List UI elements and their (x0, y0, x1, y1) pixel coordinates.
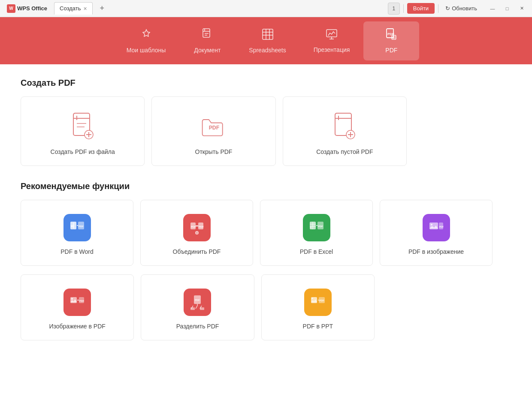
svg-text:$: $ (393, 36, 394, 39)
header-nav: Мои шаблоны Документ Spreadsheets (0, 17, 532, 64)
nav-pdf-label: PDF (385, 47, 397, 54)
svg-rect-0 (203, 29, 210, 37)
svg-text:PDF: PDF (195, 299, 200, 301)
create-pdf-grid: Создать PDF из файла PDF Открыть PDF (21, 96, 407, 166)
svg-text:PDF: PDF (199, 226, 204, 228)
window-controls: — □ ✕ (486, 3, 529, 15)
update-label: Обновить (452, 5, 477, 12)
nav-templates-label: Мои шаблоны (127, 47, 166, 54)
svg-text:PDF: PDF (209, 125, 220, 131)
features-grid-row2: PDF Изображение в PDF PDF Разделить PDF (21, 274, 375, 340)
logo-icon: W (7, 4, 15, 13)
presentation-icon (326, 29, 338, 43)
nav-item-document[interactable]: Документ (179, 21, 235, 60)
divider (403, 4, 404, 13)
svg-text:PDF: PDF (318, 225, 323, 228)
feature-pdf-to-ppt[interactable]: PDF PDF в PPT (261, 274, 375, 340)
nav-item-templates[interactable]: Мои шаблоны (113, 21, 180, 60)
svg-text:PDF: PDF (79, 225, 84, 228)
feature-image-to-pdf[interactable]: PDF Изображение в PDF (21, 274, 134, 340)
pdf-to-word-icon: W PDF (63, 214, 91, 241)
create-from-file-label: Создать PDF из файла (51, 148, 115, 155)
split-pdf-label: Разделить PDF (176, 323, 219, 330)
pdf-to-image-label: PDF в изображение (408, 248, 464, 255)
pdf-to-excel-label: PDF в Excel (300, 248, 333, 255)
merge-pdf-label: Объединить PDF (173, 248, 221, 255)
document-icon (202, 28, 213, 43)
svg-text:PDF: PDF (191, 226, 196, 228)
merge-pdf-icon: PDF PDF + (183, 214, 211, 241)
pdf-to-excel-icon: $ PDF (303, 214, 330, 241)
create-from-file-icon (69, 111, 97, 141)
spreadsheets-icon (262, 28, 274, 43)
divider2 (438, 4, 438, 13)
svg-text:PDF: PDF (319, 299, 324, 302)
nav-item-presentation[interactable]: Презентация (300, 22, 364, 60)
close-button[interactable]: ✕ (515, 3, 529, 15)
nav-item-spreadsheets[interactable]: Spreadsheets (235, 21, 299, 60)
update-icon: ↻ (445, 5, 450, 12)
titlebar-right: 1 Войти ↻ Обновить — □ ✕ (388, 3, 529, 15)
svg-rect-53 (190, 307, 195, 310)
svg-text:PDF: PDF (439, 226, 444, 228)
open-pdf-icon: PDF (200, 111, 227, 141)
split-pdf-icon: PDF (184, 289, 211, 316)
svg-text:PDF: PDF (79, 300, 85, 302)
image-to-pdf-label: Изображение в PDF (49, 323, 105, 330)
pdf-to-word-label: PDF в Word (60, 248, 93, 255)
main-content: Создать PDF Создать PDF из файла (0, 64, 532, 409)
svg-rect-54 (200, 307, 204, 310)
nav-presentation-label: Презентация (314, 46, 350, 53)
features-grid-row1: W PDF PDF в Word PDF PDF + (21, 200, 493, 266)
update-button[interactable]: ↻ Обновить (442, 3, 481, 13)
minimize-button[interactable]: — (486, 3, 499, 15)
nav-document-label: Документ (194, 47, 221, 54)
feature-pdf-to-excel[interactable]: $ PDF PDF в Excel (260, 200, 373, 266)
image-to-pdf-icon: PDF (63, 289, 91, 316)
svg-text:+: + (196, 232, 198, 235)
nav-item-pdf[interactable]: PDF $ PDF (363, 21, 419, 60)
svg-rect-1 (263, 29, 273, 39)
new-tab-button[interactable]: + (96, 3, 108, 15)
app-name: WPS Office (17, 5, 47, 12)
pdf-icon: PDF $ (386, 28, 397, 43)
active-tab[interactable]: Создать × (54, 2, 93, 15)
app-logo[interactable]: W WPS Office (3, 3, 51, 15)
feature-pdf-to-image[interactable]: PDF PDF в изображение (380, 200, 493, 266)
login-button[interactable]: Войти (407, 3, 435, 14)
svg-point-56 (311, 298, 313, 299)
svg-text:W: W (71, 225, 74, 228)
tab-label: Создать (60, 5, 81, 12)
templates-icon (140, 28, 152, 43)
notification-badge[interactable]: 1 (388, 3, 400, 15)
pdf-to-ppt-icon: PDF (304, 289, 332, 316)
create-pdf-title: Создать PDF (21, 78, 511, 88)
titlebar: W WPS Office Создать × + 1 Войти ↻ Обнов… (0, 0, 532, 17)
svg-point-44 (431, 224, 432, 226)
tab-close-icon[interactable]: × (83, 6, 87, 12)
maximize-button[interactable]: □ (500, 3, 514, 15)
create-blank-icon (331, 111, 358, 141)
feature-merge-pdf[interactable]: PDF PDF + Объединить PDF (140, 200, 253, 266)
svg-point-48 (71, 298, 73, 300)
open-pdf-label: Открыть PDF (195, 148, 233, 155)
pdf-to-ppt-label: PDF в PPT (303, 323, 333, 330)
recommended-title: Рекомендуемые функции (21, 181, 511, 191)
feature-pdf-to-word[interactable]: W PDF PDF в Word (21, 200, 133, 266)
nav-spreadsheets-label: Spreadsheets (249, 47, 286, 54)
card-open-pdf[interactable]: PDF Открыть PDF (151, 96, 275, 166)
card-create-blank[interactable]: Создать пустой PDF (283, 96, 407, 166)
feature-split-pdf[interactable]: PDF Разделить PDF (141, 274, 254, 340)
card-create-from-file[interactable]: Создать PDF из файла (21, 96, 145, 166)
create-blank-label: Создать пустой PDF (316, 148, 373, 155)
pdf-to-image-icon: PDF (423, 214, 450, 241)
